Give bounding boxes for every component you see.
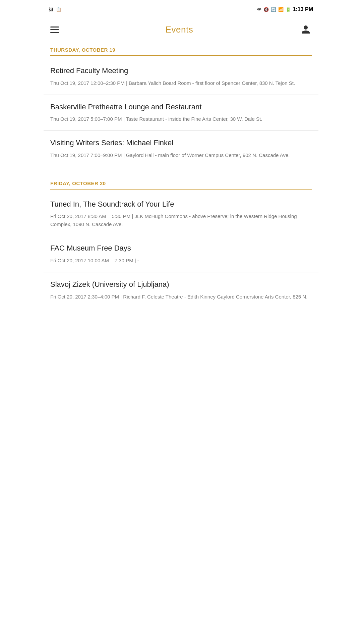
menu-button[interactable] — [50, 26, 59, 33]
date-label-thu-oct-19: THURSDAY, OCTOBER 19 — [50, 47, 312, 56]
mute-icon: 🔇 — [263, 7, 269, 12]
event-details-event-1: Thu Oct 19, 2017 12:00–2:30 PM | Barbara… — [50, 79, 312, 87]
eye-icon: 👁 — [257, 7, 261, 12]
events-content: THURSDAY, OCTOBER 19Retired Faculty Meet… — [44, 40, 318, 308]
status-time: 1:13 PM — [293, 6, 313, 12]
hamburger-line-3 — [50, 32, 59, 33]
event-title-event-4: Tuned In, The Soundtrack of Your Life — [50, 200, 312, 209]
hamburger-line-2 — [50, 29, 59, 30]
event-item-event-5[interactable]: FAC Museum Free DaysFri Oct 20, 2017 10:… — [44, 236, 318, 272]
date-label-fri-oct-20: FRIDAY, OCTOBER 20 — [50, 180, 312, 190]
event-title-event-6: Slavoj Zizek (University of Ljubljana) — [50, 280, 312, 289]
event-details-event-3: Thu Oct 19, 2017 7:00–9:00 PM | Gaylord … — [50, 151, 312, 159]
event-details-event-6: Fri Oct 20, 2017 2:30–4:00 PM | Richard … — [50, 293, 312, 301]
event-title-event-5: FAC Museum Free Days — [50, 244, 312, 253]
event-details-event-5: Fri Oct 20, 2017 10:00 AM – 7:30 PM | - — [50, 257, 312, 265]
event-title-event-2: Baskerville Pretheatre Lounge and Restau… — [50, 102, 312, 112]
person-icon — [301, 24, 311, 35]
event-item-event-4[interactable]: Tuned In, The Soundtrack of Your LifeFri… — [44, 192, 318, 236]
battery-icon: 🔋 — [286, 7, 291, 12]
event-details-event-2: Thu Oct 19, 2017 5:00–7:00 PM | Taste Re… — [50, 115, 312, 123]
profile-button[interactable] — [300, 23, 312, 36]
event-item-event-6[interactable]: Slavoj Zizek (University of Ljubljana)Fr… — [44, 272, 318, 308]
date-section-thu-oct-19: THURSDAY, OCTOBER 19 — [44, 40, 318, 59]
status-bar: 🖼 📋 👁 🔇 🔄 📶 🔋 1:13 PM — [44, 0, 318, 19]
document-icon: 📋 — [56, 7, 61, 12]
app-header: Events — [44, 19, 318, 40]
event-title-event-3: Visiting Writers Series: Michael Finkel — [50, 138, 312, 148]
event-item-event-3[interactable]: Visiting Writers Series: Michael FinkelT… — [44, 131, 318, 167]
page-title: Events — [166, 24, 193, 35]
sync-icon: 🔄 — [271, 7, 276, 12]
image-icon: 🖼 — [49, 7, 53, 12]
signal-icon: 📶 — [278, 7, 284, 12]
hamburger-line-1 — [50, 26, 59, 28]
date-section-fri-oct-20: FRIDAY, OCTOBER 20 — [44, 174, 318, 192]
event-item-event-2[interactable]: Baskerville Pretheatre Lounge and Restau… — [44, 95, 318, 131]
event-item-event-1[interactable]: Retired Faculty MeetingThu Oct 19, 2017 … — [44, 59, 318, 95]
event-details-event-4: Fri Oct 20, 2017 8:30 AM – 5:30 PM | JLK… — [50, 212, 312, 228]
section-spacer — [44, 167, 318, 174]
event-title-event-1: Retired Faculty Meeting — [50, 66, 312, 76]
status-left-icons: 🖼 📋 — [49, 7, 61, 12]
status-right-area: 👁 🔇 🔄 📶 🔋 1:13 PM — [257, 6, 313, 12]
